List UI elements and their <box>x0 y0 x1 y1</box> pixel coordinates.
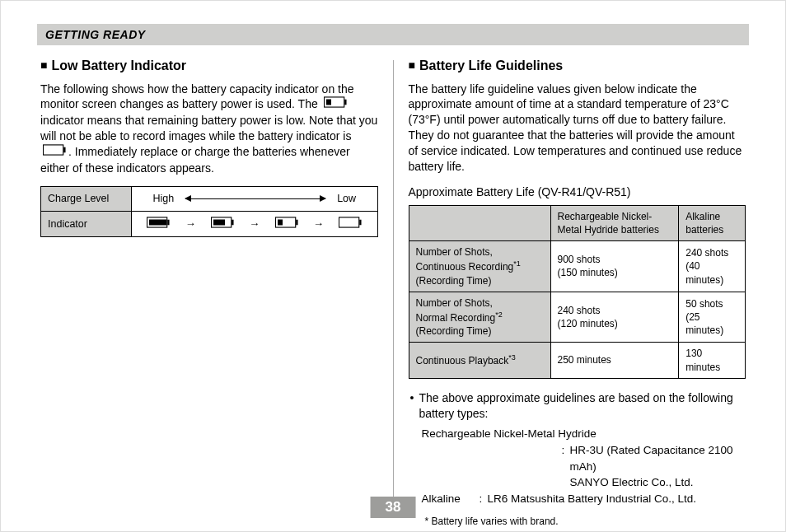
battery-one-third-icon <box>275 217 298 232</box>
charge-level-label: Charge Level <box>41 186 132 211</box>
indicator-cell: → → → <box>132 211 378 237</box>
two-column-layout: ■Low Battery Indicator The following sho… <box>37 57 749 528</box>
table-row: Charge Level High Low <box>41 186 378 211</box>
page-number: 38 <box>371 497 416 518</box>
table-row: Rechargeable Nickel-Metal Hydride batter… <box>409 205 746 240</box>
right-heading: ■Battery Life Guidelines <box>409 57 746 75</box>
svg-rect-2 <box>326 100 331 105</box>
indicator-label: Indicator <box>41 211 132 237</box>
table-row: Indicator → → → <box>41 211 378 237</box>
battery-full-icon <box>147 217 170 232</box>
asterisk-icon: * <box>425 516 432 527</box>
arrow-right-icon: → <box>313 217 324 231</box>
svg-rect-4 <box>213 219 225 225</box>
alkaline-header: Alkaline batteries <box>679 205 746 240</box>
row-label: Number of Shots, Normal Recording*2 (Rec… <box>409 292 550 343</box>
nmh-cell: 900 shots(150 minutes) <box>550 241 679 292</box>
row-label: Continuous Playback*3 <box>409 343 550 378</box>
alk-spec-label: Alkaline <box>422 491 480 507</box>
alk-cell: 240 shots(40 minutes) <box>679 241 746 292</box>
footnote: * Battery life varies with brand. <box>425 515 746 528</box>
low-label: Low <box>337 192 356 206</box>
double-arrow-icon <box>185 198 325 199</box>
battery-life-table: Rechargeable Nickel-Metal Hydride batter… <box>409 205 746 379</box>
section-header: GETTING READY <box>37 24 749 45</box>
low-battery-paragraph: The following shows how the battery capa… <box>40 82 378 176</box>
right-column: ■Battery Life Guidelines The battery lif… <box>394 57 750 528</box>
high-label: High <box>152 192 174 206</box>
square-bullet-icon: ■ <box>40 58 47 72</box>
battery-spec-block: Rechargeable Nickel-Metal Hydride : HR-3… <box>422 426 746 506</box>
nmh-cell: 250 minutes <box>550 343 679 378</box>
row-label: Number of Shots, Continuous Recording*1 … <box>409 241 550 292</box>
square-bullet-icon: ■ <box>409 58 415 72</box>
left-column: ■Low Battery Indicator The following sho… <box>37 57 393 528</box>
bullet-icon: • <box>410 390 414 422</box>
left-heading: ■Low Battery Indicator <box>40 57 378 75</box>
alk-cell: 50 shots(25 minutes) <box>679 292 746 343</box>
arrow-right-icon: → <box>249 217 260 231</box>
manual-page: GETTING READY ■Low Battery Indicator The… <box>0 0 786 532</box>
empty-header <box>409 205 550 240</box>
charge-level-cell: High Low <box>132 186 378 211</box>
bullet-note: • The above approximate guidelines are b… <box>410 390 746 422</box>
nmh-spec-2: SANYO Electric Co., Ltd. <box>570 474 694 491</box>
nmh-spec-label: Rechargeable Nickel-Metal Hydride <box>422 426 746 442</box>
svg-rect-5 <box>278 219 283 225</box>
battery-low-icon <box>324 96 347 112</box>
bullet-text: The above approximate guidelines are bas… <box>419 390 746 422</box>
alk-spec-val: LR6 Matsushita Battery Industrial Co., L… <box>488 491 697 507</box>
charge-indicator-table: Charge Level High Low Indicator <box>40 186 378 238</box>
footnote-text: Battery life varies with brand. <box>432 516 559 527</box>
battery-empty-icon <box>339 217 362 232</box>
nmh-spec-1: HR-3U (Rated Capacitance 2100 mAh) <box>570 442 746 474</box>
right-heading-text: Battery Life Guidelines <box>419 58 563 72</box>
battery-two-thirds-icon <box>211 217 234 232</box>
left-heading-text: Low Battery Indicator <box>51 58 186 72</box>
table-caption: Approximate Battery Life (QV-R41/QV-R51) <box>409 184 746 200</box>
battery-empty-icon <box>43 144 66 160</box>
para-frag-b: indicator means that remaining battery p… <box>40 114 377 142</box>
guidelines-paragraph: The battery life guideline values given … <box>409 82 746 175</box>
para-frag-c: . Immediately replace or charge the batt… <box>40 145 350 175</box>
para-frag-a: The following shows how the battery capa… <box>40 82 354 111</box>
table-row: Number of Shots, Continuous Recording*1 … <box>409 241 746 292</box>
nmh-cell: 240 shots(120 minutes) <box>550 292 679 343</box>
svg-rect-3 <box>149 219 166 225</box>
table-row: Continuous Playback*3 250 minutes 130 mi… <box>409 343 746 378</box>
alk-cell: 130 minutes <box>679 343 746 378</box>
nmh-header: Rechargeable Nickel-Metal Hydride batter… <box>550 205 679 240</box>
table-row: Number of Shots, Normal Recording*2 (Rec… <box>409 292 746 343</box>
arrow-right-icon: → <box>185 217 196 231</box>
